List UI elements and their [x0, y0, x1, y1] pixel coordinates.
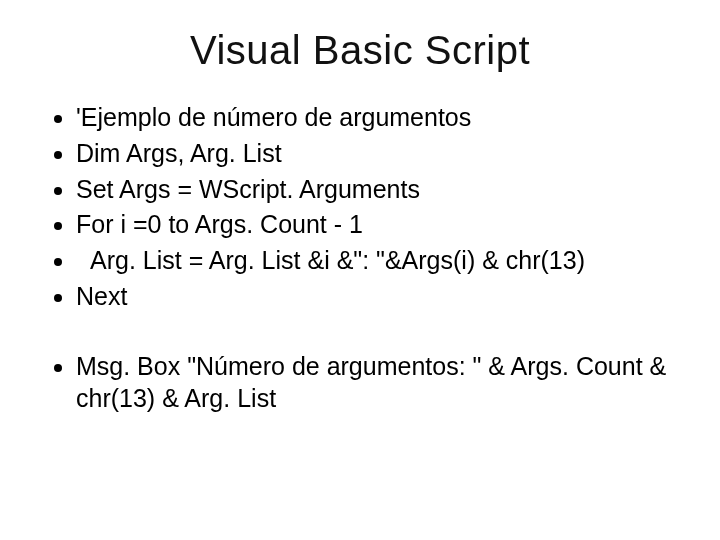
- code-line: Arg. List = Arg. List &i &": "&Args(i) &…: [76, 244, 672, 278]
- slide: Visual Basic Script 'Ejemplo de número d…: [0, 0, 720, 540]
- msg-text: Msg. Box "Número de argumentos: " & Args…: [76, 352, 666, 413]
- code-text: 'Ejemplo de número de argumentos: [76, 103, 471, 131]
- code-text: Next: [76, 282, 127, 310]
- code-line: 'Ejemplo de número de argumentos: [76, 101, 672, 135]
- msg-line: Msg. Box "Número de argumentos: " & Args…: [76, 350, 672, 415]
- code-text: Dim Args, Arg. List: [76, 139, 282, 167]
- code-list: 'Ejemplo de número de argumentos Dim Arg…: [76, 101, 672, 314]
- code-text: Arg. List = Arg. List &i &": "&Args(i) &…: [76, 246, 585, 274]
- code-line: Next: [76, 280, 672, 314]
- page-title: Visual Basic Script: [48, 28, 672, 73]
- code-text: Set Args = WScript. Arguments: [76, 175, 420, 203]
- code-line: Set Args = WScript. Arguments: [76, 173, 672, 207]
- msg-list: Msg. Box "Número de argumentos: " & Args…: [76, 350, 672, 415]
- code-line: For i =0 to Args. Count - 1: [76, 208, 672, 242]
- code-line: Dim Args, Arg. List: [76, 137, 672, 171]
- code-text: For i =0 to Args. Count - 1: [76, 210, 363, 238]
